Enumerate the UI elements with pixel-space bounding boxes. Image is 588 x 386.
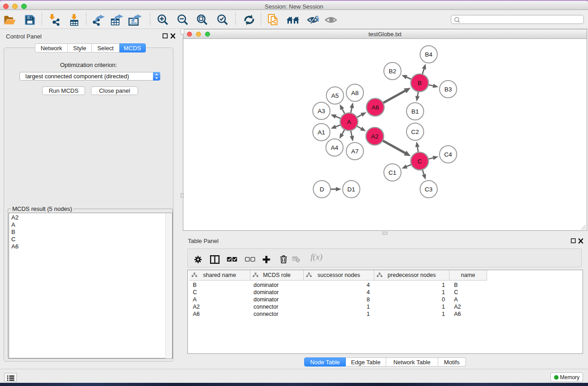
svg-text:A: A bbox=[347, 119, 351, 125]
svg-text:A6: A6 bbox=[372, 104, 379, 111]
svg-text:A8: A8 bbox=[351, 90, 359, 96]
svg-text:A1: A1 bbox=[318, 129, 325, 136]
svg-text:A2: A2 bbox=[371, 133, 379, 140]
svg-text:A4: A4 bbox=[331, 144, 339, 151]
svg-text:B4: B4 bbox=[425, 51, 433, 58]
svg-text:B3: B3 bbox=[445, 86, 452, 93]
svg-text:A7: A7 bbox=[351, 148, 359, 155]
svg-text:A5: A5 bbox=[331, 92, 339, 99]
svg-text:C: C bbox=[417, 158, 422, 165]
svg-text:C3: C3 bbox=[425, 186, 432, 193]
svg-text:C2: C2 bbox=[411, 129, 419, 135]
svg-text:C1: C1 bbox=[388, 169, 396, 176]
svg-text:D: D bbox=[320, 186, 324, 193]
svg-text:B1: B1 bbox=[411, 108, 419, 115]
svg-text:B: B bbox=[417, 80, 421, 86]
svg-text:C4: C4 bbox=[444, 151, 452, 158]
svg-text:D1: D1 bbox=[347, 186, 355, 193]
svg-text:A3: A3 bbox=[318, 108, 325, 114]
svg-text:B2: B2 bbox=[389, 68, 397, 75]
